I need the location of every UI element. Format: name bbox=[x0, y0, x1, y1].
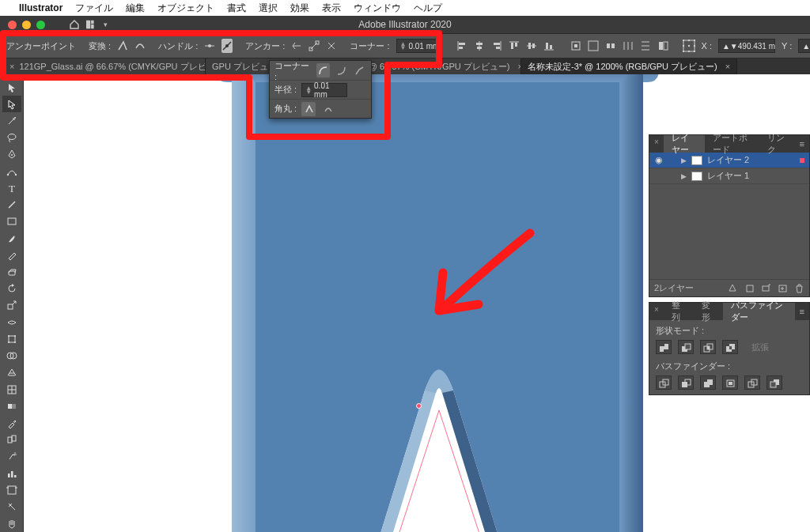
selection-tool-icon[interactable] bbox=[2, 79, 21, 96]
align-to-selection-icon[interactable] bbox=[604, 39, 618, 53]
convert-smooth-icon[interactable] bbox=[134, 39, 146, 53]
tab-pathfinder[interactable]: パスファインダー bbox=[723, 303, 794, 320]
line-tool-icon[interactable] bbox=[2, 197, 21, 213]
window-close-button[interactable] bbox=[8, 21, 17, 29]
minus-back-icon[interactable] bbox=[766, 375, 782, 390]
tab-transform[interactable]: 変形 bbox=[694, 303, 724, 320]
home-icon[interactable] bbox=[69, 19, 80, 30]
locate-layer-icon[interactable] bbox=[728, 283, 738, 293]
transform-proxy-icon[interactable] bbox=[683, 39, 695, 53]
workspace-layout-icon[interactable] bbox=[86, 19, 97, 30]
layer-target-icon[interactable] bbox=[800, 158, 804, 163]
stepper-icon[interactable]: ▲▼ bbox=[305, 86, 312, 94]
unite-icon[interactable] bbox=[656, 340, 672, 354]
tab-layers[interactable]: レイヤー bbox=[664, 135, 705, 153]
slice-tool-icon[interactable] bbox=[2, 498, 21, 515]
divide-icon[interactable] bbox=[656, 375, 672, 390]
corner-type-chamfer-icon[interactable] bbox=[353, 63, 366, 77]
scale-tool-icon[interactable] bbox=[2, 297, 21, 314]
outline-icon[interactable] bbox=[744, 375, 760, 390]
panel-close-icon[interactable]: × bbox=[654, 305, 659, 314]
expand-button[interactable]: 拡張 bbox=[744, 340, 776, 354]
magic-wand-tool-icon[interactable] bbox=[2, 112, 21, 129]
delete-layer-icon[interactable] bbox=[794, 283, 804, 293]
crop-icon[interactable] bbox=[722, 375, 738, 390]
stepper-icon[interactable]: ▲▼ bbox=[802, 42, 810, 51]
eraser-tool-icon[interactable] bbox=[2, 263, 21, 280]
isolate-icon[interactable] bbox=[656, 39, 670, 53]
hand-tool-icon[interactable] bbox=[2, 515, 21, 532]
mac-menu-item[interactable]: 効果 bbox=[290, 2, 309, 15]
new-sublayer-icon[interactable] bbox=[761, 283, 771, 293]
disclosure-icon[interactable]: ▶ bbox=[681, 157, 687, 164]
window-minimize-button[interactable] bbox=[22, 21, 31, 29]
pen-tool-icon[interactable] bbox=[2, 146, 21, 163]
tab-align[interactable]: 整列 bbox=[664, 303, 694, 320]
rounding-absolute-icon[interactable] bbox=[301, 102, 316, 116]
tab-artboard[interactable]: アートボード bbox=[705, 135, 759, 153]
popover-radius-field[interactable]: ▲▼ 0.01 mm bbox=[301, 83, 347, 97]
mac-menu-item[interactable]: 選択 bbox=[259, 2, 278, 15]
distribute-v-icon[interactable] bbox=[638, 39, 653, 53]
panel-menu-icon[interactable]: ≡ bbox=[795, 307, 809, 316]
width-tool-icon[interactable] bbox=[2, 314, 21, 330]
window-zoom-button[interactable] bbox=[36, 21, 45, 29]
make-clipping-icon[interactable] bbox=[744, 283, 755, 293]
anchor-connect-icon[interactable] bbox=[308, 39, 320, 53]
mac-menu-item[interactable]: 書式 bbox=[227, 2, 246, 15]
mesh-tool-icon[interactable] bbox=[2, 381, 21, 398]
exclude-icon[interactable] bbox=[722, 340, 738, 354]
eyedropper-tool-icon[interactable] bbox=[2, 414, 21, 431]
corner-type-round-icon[interactable] bbox=[316, 63, 330, 77]
direct-selection-tool-icon[interactable] bbox=[2, 96, 21, 112]
visibility-icon[interactable]: ◉ bbox=[654, 155, 664, 165]
close-icon[interactable]: × bbox=[725, 62, 730, 71]
mac-menu-item[interactable]: ファイル bbox=[75, 2, 113, 15]
blend-tool-icon[interactable] bbox=[2, 432, 21, 448]
anchor-cut-icon[interactable] bbox=[326, 39, 337, 53]
align-right-icon[interactable] bbox=[490, 39, 504, 53]
convert-corner-icon[interactable] bbox=[117, 39, 128, 53]
distribute-h-icon[interactable] bbox=[621, 39, 635, 53]
shape-builder-tool-icon[interactable] bbox=[2, 348, 21, 364]
stepper-icon[interactable]: ▲▼ bbox=[400, 42, 407, 50]
artboard-tool-icon[interactable] bbox=[2, 481, 21, 498]
mac-menu-item[interactable]: ウィンドウ bbox=[354, 2, 401, 15]
intersect-icon[interactable] bbox=[700, 340, 716, 354]
mac-menu-item[interactable]: 編集 bbox=[126, 2, 145, 15]
mac-menu-item[interactable]: オブジェクト bbox=[157, 2, 214, 15]
lasso-tool-icon[interactable] bbox=[2, 130, 21, 146]
paintbrush-tool-icon[interactable] bbox=[2, 230, 21, 247]
mac-menu-item[interactable]: 表示 bbox=[322, 2, 341, 15]
gradient-tool-icon[interactable] bbox=[2, 398, 21, 414]
align-vcenter-icon[interactable] bbox=[524, 39, 539, 53]
corner-type-inverted-icon[interactable] bbox=[335, 63, 348, 77]
tab-link[interactable]: リンク bbox=[759, 135, 794, 153]
chevron-down-icon[interactable]: ▾ bbox=[104, 21, 108, 28]
type-tool-icon[interactable]: T bbox=[2, 179, 21, 196]
mac-menu-item[interactable]: ヘルプ bbox=[414, 2, 442, 15]
y-value-field[interactable]: ▲▼78 bbox=[798, 39, 810, 53]
shaper-tool-icon[interactable] bbox=[2, 247, 21, 263]
handle-hide-icon[interactable] bbox=[221, 39, 233, 53]
align-hcenter-icon[interactable] bbox=[472, 39, 486, 53]
column-graph-tool-icon[interactable] bbox=[2, 465, 21, 481]
align-to-artboard-icon[interactable] bbox=[586, 39, 600, 53]
handle-show-icon[interactable] bbox=[204, 39, 215, 53]
curvature-tool-icon[interactable] bbox=[2, 163, 21, 179]
align-to-key-icon[interactable] bbox=[569, 39, 583, 53]
rectangle-tool-icon[interactable] bbox=[2, 213, 21, 230]
rotate-tool-icon[interactable] bbox=[2, 281, 21, 297]
corner-value-field[interactable]: ▲▼ 0.01 mm bbox=[396, 39, 442, 53]
new-layer-icon[interactable] bbox=[778, 283, 788, 293]
stepper-icon[interactable]: ▲▼ bbox=[722, 42, 738, 51]
close-icon[interactable]: × bbox=[9, 62, 14, 71]
x-value-field[interactable]: ▲▼490.431 m bbox=[718, 39, 775, 53]
align-top-icon[interactable] bbox=[507, 39, 521, 53]
trim-icon[interactable] bbox=[678, 375, 694, 390]
symbol-sprayer-tool-icon[interactable] bbox=[2, 448, 21, 465]
rounding-relative-icon[interactable] bbox=[320, 102, 335, 116]
disclosure-icon[interactable]: ▶ bbox=[681, 172, 687, 180]
panel-menu-icon[interactable]: ≡ bbox=[795, 139, 809, 149]
mac-menu-app[interactable]: Illustrator bbox=[19, 2, 62, 13]
